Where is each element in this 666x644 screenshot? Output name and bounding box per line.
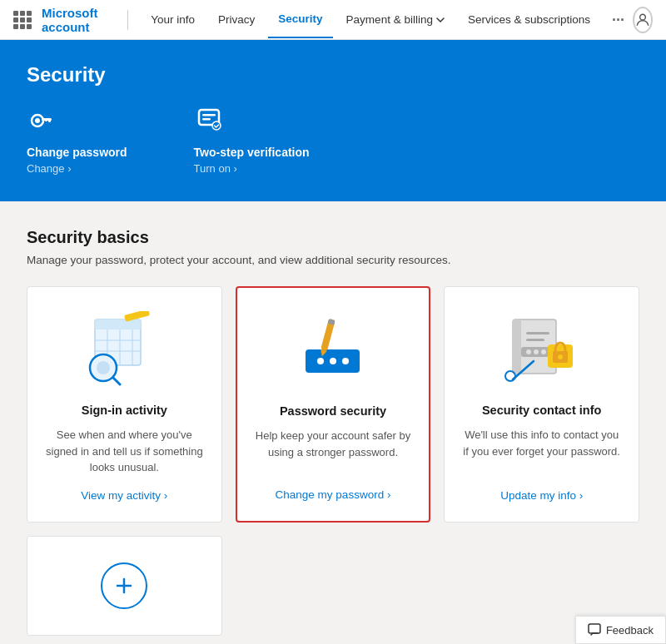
top-nav: Microsoft account Your info Privacy Secu… — [0, 0, 666, 40]
card-password-security: Password security Help keep your account… — [236, 286, 431, 523]
signin-activity-illustration — [74, 307, 174, 390]
apps-grid-icon[interactable] — [13, 11, 32, 29]
card-signin-title: Sign-in activity — [82, 404, 167, 417]
nav-link-services[interactable]: Services & subscriptions — [458, 2, 600, 37]
nav-link-privacy[interactable]: Privacy — [208, 2, 265, 37]
card-signin-link[interactable]: View my activity › — [81, 489, 167, 502]
security-cards-grid: Sign-in activity See when and where you'… — [27, 286, 639, 523]
nav-link-your-info[interactable]: Your info — [141, 2, 205, 37]
feedback-bar[interactable]: Feedback — [575, 616, 666, 644]
password-security-illustration — [283, 308, 383, 391]
nav-avatar[interactable] — [633, 7, 653, 33]
card-signin-activity: Sign-in activity See when and where you'… — [27, 286, 222, 523]
svg-point-24 — [342, 358, 349, 364]
feedback-icon — [588, 623, 601, 637]
card-password-title: Password security — [280, 404, 386, 418]
hero-action-twostep: Two-step verification Turn on › — [194, 103, 310, 175]
svg-point-40 — [505, 371, 515, 381]
hero-actions: Change password Change › Two-step verifi… — [27, 103, 639, 175]
svg-point-35 — [541, 349, 546, 354]
nav-links: Your info Privacy Security Payment & bil… — [141, 1, 633, 38]
nav-divider — [127, 10, 128, 30]
hero-banner: Security Change password Change › — [0, 40, 666, 201]
card-signin-desc: See when and where you've signed in and … — [44, 427, 205, 476]
card-password-link[interactable]: Change my password › — [276, 488, 391, 501]
card-contact-link[interactable]: Update my info › — [500, 489, 583, 502]
add-more-icon[interactable] — [101, 562, 147, 609]
hero-action-password: Change password Change › — [27, 103, 127, 175]
hero-change-password-title: Change password — [27, 146, 127, 159]
nav-more-button[interactable]: ··· — [604, 6, 633, 34]
card-security-contact: Security contact info We'll use this inf… — [444, 286, 639, 523]
security-contact-illustration — [492, 307, 592, 390]
key-icon — [27, 103, 127, 139]
svg-point-33 — [526, 349, 531, 354]
svg-point-34 — [534, 349, 539, 354]
card-password-desc: Help keep your account safer by using a … — [254, 428, 413, 475]
svg-rect-43 — [589, 624, 600, 633]
security-basics-desc: Manage your password, protect your accou… — [27, 254, 639, 266]
hero-title: Security — [27, 63, 639, 87]
svg-point-9 — [212, 121, 221, 130]
nav-link-security[interactable]: Security — [268, 1, 332, 38]
chevron-down-icon — [436, 16, 445, 24]
nav-brand[interactable]: Microsoft account — [42, 6, 114, 34]
svg-rect-4 — [48, 118, 51, 122]
svg-rect-7 — [202, 114, 216, 116]
svg-point-2 — [35, 118, 40, 123]
svg-line-20 — [113, 378, 120, 384]
svg-rect-30 — [526, 332, 549, 334]
svg-rect-8 — [202, 118, 211, 121]
svg-point-22 — [317, 358, 324, 364]
svg-point-0 — [640, 14, 646, 20]
svg-rect-11 — [95, 320, 141, 329]
svg-point-19 — [97, 361, 110, 374]
add-more-card[interactable] — [27, 536, 222, 636]
two-step-icon — [194, 103, 310, 139]
bottom-cards-row — [27, 536, 639, 636]
svg-rect-5 — [45, 118, 47, 121]
hero-two-step-title: Two-step verification — [194, 146, 310, 159]
hero-two-step-link[interactable]: Turn on › — [194, 162, 310, 175]
svg-point-23 — [330, 358, 336, 364]
card-contact-desc: We'll use this info to contact you if yo… — [461, 427, 622, 476]
nav-link-payment[interactable]: Payment & billing — [336, 2, 455, 37]
security-basics-title: Security basics — [27, 228, 639, 247]
card-contact-title: Security contact info — [482, 404, 601, 417]
svg-rect-29 — [513, 320, 521, 374]
hero-change-password-link[interactable]: Change › — [27, 162, 127, 175]
feedback-label: Feedback — [606, 624, 654, 637]
svg-rect-31 — [526, 339, 544, 341]
svg-point-38 — [558, 354, 563, 359]
main-content: Security basics Manage your password, pr… — [0, 201, 666, 644]
